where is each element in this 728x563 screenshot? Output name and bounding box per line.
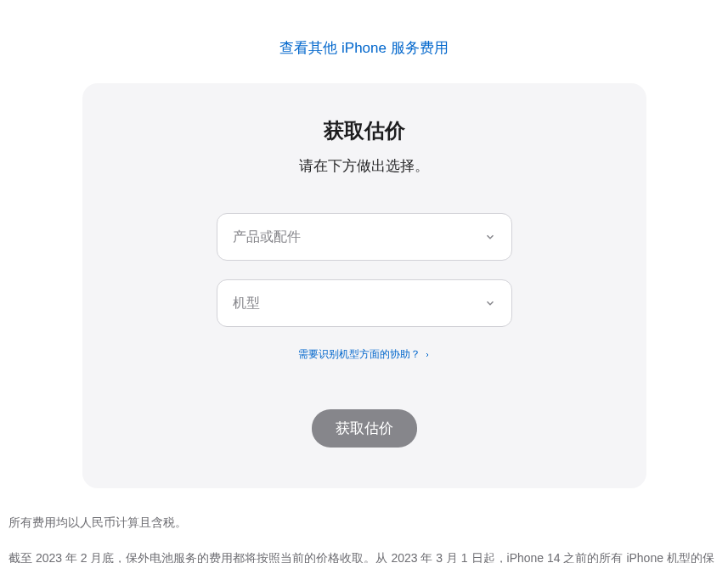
chevron-right-icon	[424, 349, 431, 361]
model-select-wrapper: 机型	[217, 279, 512, 327]
footer-notes: 所有费用均以人民币计算且含税。 截至 2023 年 2 月底，保外电池服务的费用…	[7, 512, 721, 563]
product-select-placeholder: 产品或配件	[233, 228, 301, 246]
model-select[interactable]: 机型	[217, 279, 512, 327]
card-title: 获取估价	[123, 117, 606, 144]
footer-line-2: 截至 2023 年 2 月底，保外电池服务的费用都将按照当前的价格收取。从 20…	[8, 547, 720, 563]
estimate-card: 获取估价 请在下方做出选择。 产品或配件 机型 需要识别机型方面的协助？	[82, 83, 646, 488]
product-select-wrapper: 产品或配件	[217, 213, 512, 261]
product-select[interactable]: 产品或配件	[217, 213, 512, 261]
footer-line-1: 所有费用均以人民币计算且含税。	[8, 512, 720, 533]
model-select-placeholder: 机型	[233, 295, 260, 312]
other-services-link[interactable]: 查看其他 iPhone 服务费用	[279, 40, 448, 56]
chevron-down-icon	[484, 297, 496, 309]
chevron-down-icon	[484, 231, 496, 243]
card-subtitle: 请在下方做出选择。	[123, 156, 606, 176]
top-link-container: 查看其他 iPhone 服务费用	[7, 0, 721, 83]
get-estimate-button[interactable]: 获取估价	[312, 409, 417, 448]
help-link-label: 需要识别机型方面的协助？	[298, 347, 420, 362]
identify-model-help-link[interactable]: 需要识别机型方面的协助？	[298, 347, 431, 362]
footer-line-2-part1: 截至 2023 年 2 月底，保外电池服务的费用都将按照当前的价格收取。从 20…	[8, 551, 714, 563]
